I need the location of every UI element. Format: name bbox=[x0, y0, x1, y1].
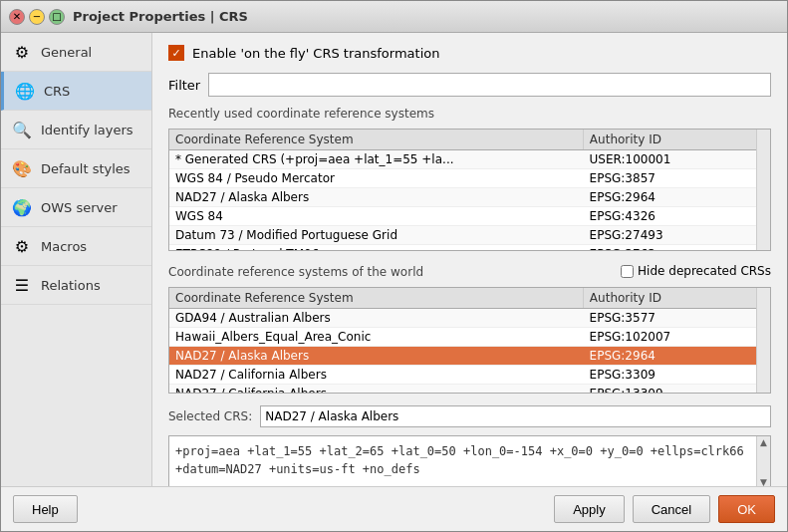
recently-used-table-inner: Coordinate Reference System Authority ID… bbox=[169, 130, 756, 250]
sidebar-item-relations[interactable]: ☰ Relations bbox=[1, 266, 151, 305]
recently-used-label: Recently used coordinate reference syste… bbox=[168, 107, 771, 121]
crs-cell: Datum 73 / Modified Portuguese Grid bbox=[169, 226, 584, 244]
ok-button[interactable]: OK bbox=[718, 495, 775, 523]
sidebar: ⚙ General 🌐 CRS 🔍 Identify layers 🎨 Defa… bbox=[1, 33, 152, 486]
authority-cell: EPSG:3577 bbox=[584, 309, 756, 327]
authority-cell: EPSG:27493 bbox=[584, 226, 756, 244]
main-window: ✕ − □ Project Properties | CRS ⚙ General… bbox=[0, 0, 788, 532]
sidebar-item-ows-server[interactable]: 🌍 OWS server bbox=[1, 188, 151, 227]
proj-string-wrapper: +proj=aea +lat_1=55 +lat_2=65 +lat_0=50 … bbox=[168, 435, 771, 486]
ows-server-icon: 🌍 bbox=[11, 196, 33, 218]
scroll-down-arrow[interactable]: ▼ bbox=[760, 477, 767, 486]
recently-used-table-container: Coordinate Reference System Authority ID… bbox=[168, 129, 771, 251]
recently-used-scrollbar[interactable] bbox=[756, 130, 770, 250]
table-row[interactable]: NAD27 / California Albers EPSG:13309 bbox=[169, 385, 756, 393]
hide-deprecated-label: Hide deprecated CRSs bbox=[638, 264, 771, 278]
table-row[interactable]: Hawaii_Albers_Equal_Area_Conic EPSG:1020… bbox=[169, 328, 756, 347]
general-icon: ⚙ bbox=[11, 41, 33, 63]
sidebar-item-identify-layers[interactable]: 🔍 Identify layers bbox=[1, 111, 151, 149]
table-row[interactable]: NAD27 / Alaska Albers EPSG:2964 bbox=[169, 188, 756, 207]
minimize-button[interactable]: − bbox=[29, 9, 45, 25]
sidebar-item-macros[interactable]: ⚙ Macros bbox=[1, 227, 151, 266]
sidebar-label-ows-server: OWS server bbox=[41, 200, 118, 215]
titlebar-buttons: ✕ − □ bbox=[9, 9, 65, 25]
maximize-button[interactable]: □ bbox=[49, 9, 65, 25]
sidebar-item-default-styles[interactable]: 🎨 Default styles bbox=[1, 149, 151, 188]
world-col-authority: Authority ID bbox=[584, 288, 756, 308]
crs-icon: 🌐 bbox=[14, 80, 36, 102]
sidebar-label-default-styles: Default styles bbox=[41, 161, 131, 176]
window-title: Project Properties | CRS bbox=[73, 9, 248, 24]
authority-cell: EPSG:13309 bbox=[584, 385, 756, 393]
crs-cell: WGS 84 bbox=[169, 207, 584, 225]
world-crs-table-inner: Coordinate Reference System Authority ID… bbox=[169, 288, 756, 393]
apply-button[interactable]: Apply bbox=[554, 495, 625, 523]
enable-fly-crs-label: Enable 'on the fly' CRS transformation bbox=[192, 46, 439, 61]
table-row[interactable]: WGS 84 EPSG:4326 bbox=[169, 207, 756, 226]
identify-layers-icon: 🔍 bbox=[11, 119, 33, 140]
proj-string-text: +proj=aea +lat_1=55 +lat_2=65 +lat_0=50 … bbox=[169, 436, 756, 486]
crs-cell: GDA94 / Australian Albers bbox=[169, 309, 584, 327]
help-button[interactable]: Help bbox=[13, 495, 78, 523]
proj-scrollbar[interactable]: ▲ ▼ bbox=[756, 436, 770, 486]
world-crs-table-header: Coordinate Reference System Authority ID bbox=[169, 288, 756, 309]
authority-cell: EPSG:4326 bbox=[584, 207, 756, 225]
world-section-header: Coordinate reference systems of the worl… bbox=[168, 263, 771, 279]
enable-fly-crs-row: ✓ Enable 'on the fly' CRS transformation bbox=[168, 45, 771, 61]
close-button[interactable]: ✕ bbox=[9, 9, 25, 25]
cancel-button[interactable]: Cancel bbox=[633, 495, 710, 523]
world-crs-scrollbar[interactable] bbox=[756, 288, 770, 393]
table-row-selected[interactable]: NAD27 / Alaska Albers EPSG:2964 bbox=[169, 347, 756, 366]
table-row[interactable]: Datum 73 / Modified Portuguese Grid EPSG… bbox=[169, 226, 756, 245]
selected-crs-label: Selected CRS: bbox=[168, 409, 252, 423]
selected-crs-row: Selected CRS: NAD27 / Alaska Albers bbox=[168, 405, 771, 427]
recently-used-col-authority: Authority ID bbox=[584, 130, 756, 149]
sidebar-label-identify-layers: Identify layers bbox=[41, 123, 133, 137]
sidebar-label-macros: Macros bbox=[41, 239, 87, 254]
sidebar-item-general[interactable]: ⚙ General bbox=[1, 33, 151, 72]
crs-cell: ETRS89 / Portugal TM06 bbox=[169, 245, 584, 250]
table-row[interactable]: * Generated CRS (+proj=aea +lat_1=55 +la… bbox=[169, 150, 756, 169]
sidebar-label-relations: Relations bbox=[41, 278, 101, 293]
authority-cell: EPSG:3857 bbox=[584, 169, 756, 187]
crs-cell: NAD27 / California Albers bbox=[169, 385, 584, 393]
crs-cell: Hawaii_Albers_Equal_Area_Conic bbox=[169, 328, 584, 346]
relations-icon: ☰ bbox=[11, 274, 33, 296]
macros-icon: ⚙ bbox=[11, 235, 33, 257]
authority-cell: EPSG:3763 bbox=[584, 245, 756, 250]
world-crs-table-container: Coordinate Reference System Authority ID… bbox=[168, 287, 771, 394]
hide-deprecated-row: Hide deprecated CRSs bbox=[621, 264, 771, 278]
recently-used-table-header: Coordinate Reference System Authority ID bbox=[169, 130, 756, 150]
filter-row: Filter bbox=[168, 73, 771, 97]
footer-right: Apply Cancel OK bbox=[554, 495, 775, 523]
crs-cell: NAD27 / Alaska Albers bbox=[169, 188, 584, 206]
table-row[interactable]: WGS 84 / Pseudo Mercator EPSG:3857 bbox=[169, 169, 756, 188]
table-row[interactable]: NAD27 / California Albers EPSG:3309 bbox=[169, 366, 756, 385]
sidebar-item-crs[interactable]: 🌐 CRS bbox=[1, 72, 151, 111]
footer: Help Apply Cancel OK bbox=[1, 486, 787, 531]
enable-fly-crs-checkbox[interactable]: ✓ bbox=[168, 45, 184, 61]
main-panel: ✓ Enable 'on the fly' CRS transformation… bbox=[152, 33, 787, 486]
hide-deprecated-checkbox[interactable] bbox=[621, 265, 634, 278]
filter-input[interactable] bbox=[208, 73, 771, 97]
sidebar-label-general: General bbox=[41, 45, 92, 60]
scroll-up-arrow[interactable]: ▲ bbox=[760, 437, 767, 447]
sidebar-label-crs: CRS bbox=[44, 84, 70, 99]
default-styles-icon: 🎨 bbox=[11, 157, 33, 179]
world-col-crs: Coordinate Reference System bbox=[169, 288, 584, 308]
authority-cell: EPSG:2964 bbox=[584, 188, 756, 206]
crs-cell: * Generated CRS (+proj=aea +lat_1=55 +la… bbox=[169, 150, 584, 168]
authority-cell: USER:100001 bbox=[584, 150, 756, 168]
content-area: ⚙ General 🌐 CRS 🔍 Identify layers 🎨 Defa… bbox=[1, 33, 787, 486]
table-row[interactable]: GDA94 / Australian Albers EPSG:3577 bbox=[169, 309, 756, 328]
crs-cell: WGS 84 / Pseudo Mercator bbox=[169, 169, 584, 187]
world-crs-label: Coordinate reference systems of the worl… bbox=[168, 265, 423, 279]
recently-used-table-body: * Generated CRS (+proj=aea +lat_1=55 +la… bbox=[169, 150, 756, 250]
selected-crs-value: NAD27 / Alaska Albers bbox=[260, 405, 771, 427]
crs-cell: NAD27 / Alaska Albers bbox=[169, 347, 584, 365]
crs-cell: NAD27 / California Albers bbox=[169, 366, 584, 384]
footer-left: Help bbox=[13, 495, 78, 523]
titlebar: ✕ − □ Project Properties | CRS bbox=[1, 1, 787, 33]
table-row[interactable]: ETRS89 / Portugal TM06 EPSG:3763 bbox=[169, 245, 756, 250]
authority-cell: EPSG:3309 bbox=[584, 366, 756, 384]
